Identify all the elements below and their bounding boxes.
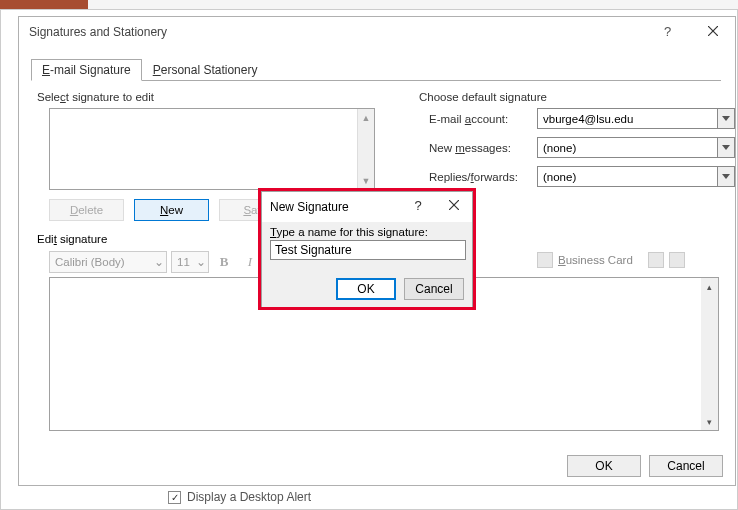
close-button[interactable] xyxy=(436,192,472,218)
close-icon xyxy=(449,200,459,210)
select-signature-label: Select signature to edit xyxy=(37,91,154,103)
replies-forwards-label: Replies/forwards: xyxy=(429,171,529,183)
field-email-account: E-mail account: vburge4@lsu.edu xyxy=(429,108,735,129)
new-button[interactable]: New xyxy=(134,199,209,221)
bold-button[interactable]: B xyxy=(213,251,235,273)
italic-button[interactable]: I xyxy=(239,251,261,273)
chevron-down-icon: ⌄ xyxy=(152,255,166,269)
scroll-up-icon: ▴ xyxy=(701,278,718,295)
new-messages-label: New messages: xyxy=(429,142,529,154)
help-button[interactable]: ? xyxy=(400,192,436,218)
email-account-value: vburge4@lsu.edu xyxy=(543,113,633,125)
sub-dialog-titlebar: New Signature ? xyxy=(262,192,472,222)
listbox-scrollbar[interactable]: ▲ ▼ xyxy=(357,109,374,189)
hyperlink-icon[interactable] xyxy=(669,252,685,268)
edit-signature-label: Edit signature xyxy=(37,233,107,245)
field-replies-forwards: Replies/forwards: (none) xyxy=(429,166,735,187)
chevron-down-icon: ⌄ xyxy=(194,255,208,269)
sub-dialog-buttons: OK Cancel xyxy=(336,278,464,300)
tab-email-signature[interactable]: E-mail Signature xyxy=(31,59,142,81)
editor-scrollbar[interactable]: ▴ ▾ xyxy=(701,278,718,430)
signature-name-input[interactable] xyxy=(270,240,466,260)
cancel-button[interactable]: Cancel xyxy=(404,278,464,300)
cancel-button[interactable]: Cancel xyxy=(649,455,723,477)
business-card-icon xyxy=(537,252,553,268)
scroll-down-icon: ▼ xyxy=(358,172,374,189)
delete-button: Delete xyxy=(49,199,124,221)
signature-name-label: Type a name for this signature: xyxy=(270,226,464,238)
sub-dialog-title: New Signature xyxy=(270,200,349,214)
chevron-down-icon xyxy=(717,138,734,157)
signature-button-row: Delete New Save xyxy=(49,199,294,221)
business-card-button[interactable]: Business Card xyxy=(537,252,685,268)
checkbox-icon: ✓ xyxy=(168,491,181,504)
desktop-alert-checkbox[interactable]: ✓ Display a Desktop Alert xyxy=(168,490,311,504)
font-size-value: 11 xyxy=(177,256,190,268)
ribbon-fragment xyxy=(0,0,88,9)
scroll-up-icon: ▲ xyxy=(358,109,374,126)
chevron-down-icon xyxy=(717,167,734,186)
close-button[interactable] xyxy=(690,17,735,45)
sub-dialog-body: Type a name for this signature: OK Cance… xyxy=(262,222,472,308)
close-icon xyxy=(708,26,718,36)
scroll-down-icon: ▾ xyxy=(701,413,718,430)
email-account-combo[interactable]: vburge4@lsu.edu xyxy=(537,108,735,129)
chevron-down-icon xyxy=(717,109,734,128)
desktop-alert-label: Display a Desktop Alert xyxy=(187,490,311,504)
new-messages-value: (none) xyxy=(543,142,576,154)
font-combo[interactable]: Calibri (Body) ⌄ xyxy=(49,251,167,273)
new-messages-combo[interactable]: (none) xyxy=(537,137,735,158)
dialog-titlebar: Signatures and Stationery ? xyxy=(19,17,735,47)
ok-button[interactable]: OK xyxy=(336,278,396,300)
signature-listbox[interactable]: ▲ ▼ xyxy=(49,108,375,190)
choose-default-label: Choose default signature xyxy=(419,91,547,103)
dialog-footer: OK Cancel xyxy=(567,455,723,477)
replies-forwards-value: (none) xyxy=(543,171,576,183)
replies-forwards-combo[interactable]: (none) xyxy=(537,166,735,187)
email-account-label: E-mail account: xyxy=(429,113,529,125)
picture-icon[interactable] xyxy=(648,252,664,268)
font-size-combo[interactable]: 11 ⌄ xyxy=(171,251,209,273)
font-value: Calibri (Body) xyxy=(55,256,125,268)
new-signature-dialog: New Signature ? Type a name for this sig… xyxy=(261,191,473,307)
field-new-messages: New messages: (none) xyxy=(429,137,735,158)
dialog-title: Signatures and Stationery xyxy=(29,25,167,39)
editor-toolbar: Calibri (Body) ⌄ 11 ⌄ B I xyxy=(49,250,261,274)
ok-button[interactable]: OK xyxy=(567,455,641,477)
tab-personal-stationery[interactable]: Personal Stationery xyxy=(142,59,269,80)
tabs: E-mail Signature Personal Stationery xyxy=(31,59,721,81)
help-button[interactable]: ? xyxy=(645,17,690,45)
